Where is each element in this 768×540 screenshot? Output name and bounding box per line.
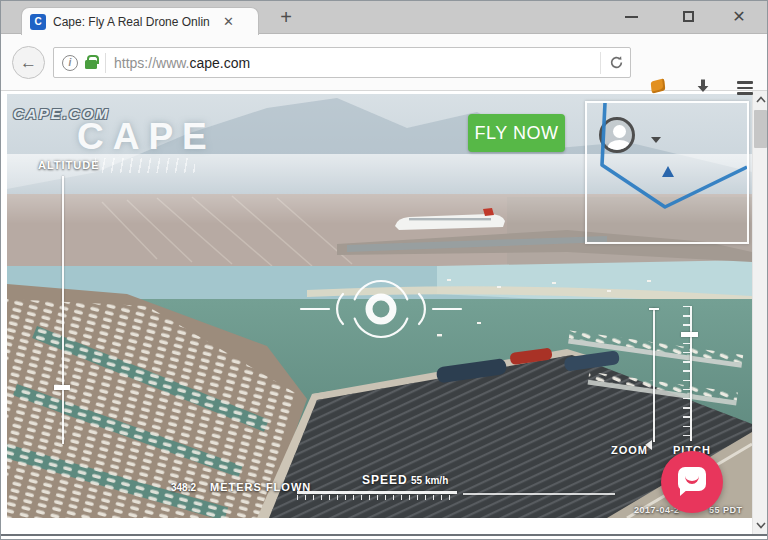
tab-close-icon[interactable]: ✕ (223, 14, 234, 29)
menu-icon (737, 81, 753, 84)
close-window-button[interactable]: ✕ (717, 1, 761, 32)
scroll-down-button[interactable] (753, 517, 768, 534)
zoom-ruler (653, 308, 655, 442)
speed-ruler (297, 491, 457, 494)
speed-value: 55 km/h (411, 475, 448, 486)
chevron-down-icon (756, 522, 766, 529)
url-text[interactable]: https://www.cape.com (114, 55, 250, 71)
close-icon: ✕ (732, 9, 745, 25)
browser-window: C Cape: Fly A Real Drone Onlin ✕ + ✕ ← i… (0, 0, 768, 540)
window-bottom-edge (1, 534, 767, 540)
divider (105, 53, 106, 73)
speed-ruler-extension (463, 493, 615, 495)
download-icon (695, 78, 711, 94)
reload-button[interactable] (600, 52, 624, 74)
extension-icon (651, 78, 666, 93)
menu-button[interactable] (737, 81, 753, 95)
timestamp-right: 55 PDT (709, 505, 743, 515)
back-button[interactable]: ← (12, 46, 45, 79)
scrollbar-thumb[interactable] (754, 110, 767, 148)
url-scheme: https://www. (114, 55, 189, 71)
drone-video-view: CAPE.COM CAPE ALTITUDE FLY NOW (7, 94, 752, 518)
navigation-toolbar: ← i https://www.cape.com (1, 34, 767, 91)
reload-icon (609, 55, 624, 70)
zoom-label: ZOOM (611, 444, 648, 456)
download-button[interactable] (695, 78, 711, 98)
tab-title: Cape: Fly A Real Drone Onlin (53, 15, 219, 29)
altitude-indicator-handle[interactable] (54, 385, 70, 390)
minimize-button[interactable] (609, 1, 653, 32)
fly-now-button[interactable]: FLY NOW (468, 114, 565, 152)
chevron-up-icon (756, 96, 766, 103)
chat-bubble-icon (678, 467, 706, 491)
altitude-scale-ticks (95, 158, 195, 173)
speed-ruler-ticks (297, 495, 457, 500)
altitude-label: ALTITUDE (38, 159, 100, 171)
altitude-ruler (62, 176, 64, 444)
pitch-ruler-ticks (683, 306, 690, 441)
drone-target-reticle (296, 274, 466, 348)
chat-widget-button[interactable] (661, 451, 723, 513)
pitch-indicator-handle[interactable] (681, 332, 698, 337)
flight-path (587, 103, 747, 242)
meters-flown-value: 348.2 (171, 482, 196, 493)
page-info-icon[interactable]: i (62, 55, 78, 71)
speed-label: SPEED (362, 473, 408, 487)
site-logo-large: CAPE (77, 116, 216, 158)
page-content: CAPE.COM CAPE ALTITUDE FLY NOW (1, 91, 752, 534)
url-domain: cape.com (189, 55, 250, 71)
page-scrollbar[interactable] (752, 91, 768, 534)
zoom-ruler-cap (649, 308, 659, 310)
favicon-icon: C (30, 14, 46, 30)
extension-button[interactable] (651, 80, 665, 92)
scroll-up-button[interactable] (753, 91, 768, 108)
https-lock-icon[interactable] (85, 60, 97, 69)
minimize-icon (625, 16, 638, 18)
maximize-button[interactable] (666, 1, 710, 32)
maximize-icon (683, 11, 694, 22)
flight-path-minimap[interactable] (585, 101, 749, 244)
browser-tab[interactable]: C Cape: Fly A Real Drone Onlin ✕ (21, 7, 259, 35)
title-bar: C Cape: Fly A Real Drone Onlin ✕ + ✕ (1, 1, 767, 34)
pitch-ruler (690, 306, 692, 441)
new-tab-button[interactable]: + (273, 4, 299, 30)
address-bar[interactable]: i https://www.cape.com (53, 47, 631, 78)
